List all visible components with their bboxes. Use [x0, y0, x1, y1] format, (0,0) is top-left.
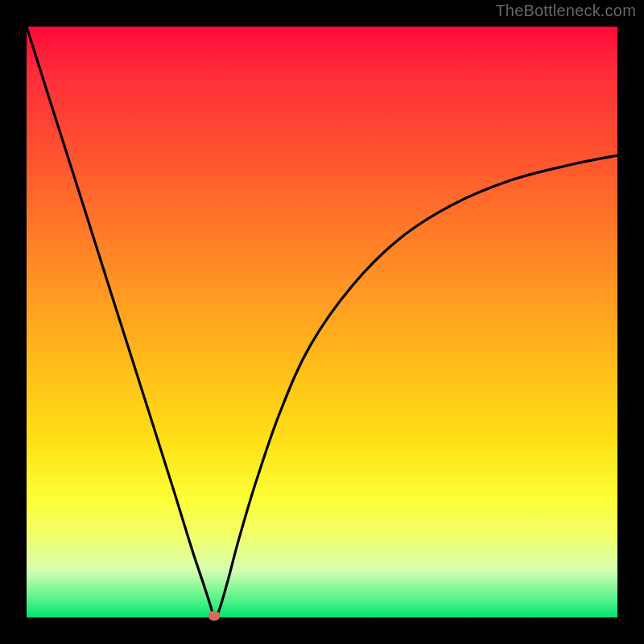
bottleneck-curve [27, 27, 617, 617]
chart-frame: TheBottleneck.com [0, 0, 644, 644]
minimum-marker [208, 611, 220, 621]
plot-area [27, 27, 617, 617]
watermark-text: TheBottleneck.com [495, 2, 636, 20]
curve-svg [27, 27, 617, 617]
